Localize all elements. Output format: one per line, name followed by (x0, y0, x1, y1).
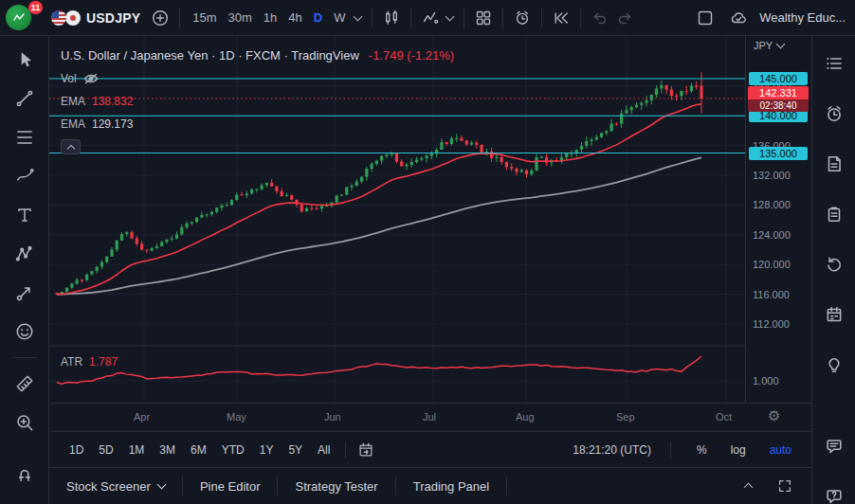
replay-button[interactable] (549, 6, 573, 30)
plus-circle-icon (151, 9, 170, 27)
timeframe-1h[interactable]: 1h (258, 7, 282, 28)
timeframe-4h[interactable]: 4h (282, 7, 307, 28)
date-range-group: 1D5D1M3M6MYTD1Y5YAll (63, 440, 337, 460)
indicators-dropdown-button[interactable] (443, 16, 457, 20)
calendar-icon (824, 304, 845, 325)
panel-collapse-button[interactable] (742, 478, 755, 494)
xabcd-pattern-icon (14, 243, 35, 264)
notification-badge[interactable]: 11 (28, 1, 43, 14)
price-axis[interactable]: JPY 144.000140.000136.000132.000128.0001… (745, 36, 811, 403)
top-toolbar: 11 USDJPY 15m30m1h4hDW (0, 0, 855, 36)
chevron-down-icon (446, 11, 455, 21)
forecast-tool-button[interactable] (11, 279, 38, 306)
cursor-tool-button[interactable] (11, 46, 38, 73)
account-logo[interactable]: 11 (6, 4, 44, 32)
range-5d[interactable]: 5D (92, 440, 119, 460)
time-axis[interactable]: ⚙ AprMayJunJulAugSepOct (49, 403, 811, 432)
panel-tab-pine-editor[interactable]: Pine Editor (183, 468, 278, 504)
go-to-date-button[interactable] (355, 439, 377, 461)
timeframe-15m[interactable]: 15m (187, 7, 222, 28)
alerts-button[interactable] (821, 100, 847, 127)
atr-legend-row[interactable]: ATR 1.787 (61, 355, 118, 369)
timeframe-30m[interactable]: 30m (223, 7, 258, 28)
emoji-tool-button[interactable] (11, 318, 38, 345)
ema-fast-legend-row[interactable]: EMA 138.832 (61, 95, 133, 108)
chart-type-button[interactable] (379, 6, 404, 30)
fullscreen-button[interactable] (693, 6, 718, 30)
us-flag-icon (51, 10, 66, 26)
add-symbol-button[interactable] (148, 6, 173, 30)
divider (410, 8, 411, 28)
pattern-tool-button[interactable] (11, 241, 38, 267)
range-6m[interactable]: 6M (184, 440, 213, 460)
trendline-tool-button[interactable] (11, 85, 38, 112)
zoom-tool-button[interactable] (11, 409, 38, 436)
range-all[interactable]: All (311, 440, 337, 460)
range-1d[interactable]: 1D (63, 440, 90, 460)
help-button[interactable] (821, 483, 847, 504)
data-window-button[interactable] (821, 201, 847, 227)
panel-controls (742, 475, 796, 497)
alert-button[interactable] (510, 6, 535, 30)
time-axis-label: Jun (324, 411, 341, 423)
account-menu[interactable]: Wealthy Educ... (759, 10, 846, 25)
chat-button[interactable] (821, 433, 847, 459)
panel-tab-stock-screener[interactable]: Stock Screener (49, 468, 182, 504)
ema-slow-legend-row[interactable]: EMA 129.173 (61, 117, 133, 131)
text-tool-button[interactable] (11, 202, 38, 228)
percent-scale-button[interactable]: % (690, 440, 714, 460)
timeframe-d[interactable]: D (308, 7, 328, 28)
right-sidebar (811, 36, 855, 504)
last-price-value: 142.331 (748, 86, 809, 99)
divider (345, 441, 346, 459)
undo-icon (591, 9, 609, 27)
brush-tool-button[interactable] (11, 163, 38, 189)
panel-tab-strategy-tester[interactable]: Strategy Tester (278, 468, 394, 504)
volume-legend-row[interactable]: Vol (61, 72, 99, 85)
timeframe-dropdown-button[interactable] (351, 16, 365, 20)
layout-grid-button[interactable] (471, 6, 496, 30)
legend-collapse-button[interactable] (61, 139, 81, 154)
divider (464, 8, 464, 28)
toolbar-right-group: Wealthy Educ... (693, 6, 846, 30)
ideas-button[interactable] (821, 351, 847, 378)
eye-hidden-icon[interactable] (83, 73, 99, 84)
news-icon (824, 153, 845, 174)
drawing-mode-button[interactable] (11, 499, 38, 504)
range-5y[interactable]: 5Y (282, 440, 309, 460)
timeframe-w[interactable]: W (328, 7, 351, 28)
news-button[interactable] (821, 151, 847, 177)
clock[interactable]: 18:21:20 (UTC) (573, 443, 651, 457)
fib-tool-button[interactable] (11, 124, 38, 151)
currency-label: JPY (754, 40, 773, 51)
undo-button[interactable] (588, 6, 612, 30)
watchlist-button[interactable] (821, 50, 847, 77)
time-axis-label: Aug (516, 411, 535, 423)
range-ytd[interactable]: YTD (215, 440, 251, 460)
chart-settings-icon[interactable]: ⚙ (768, 407, 780, 424)
indicators-button[interactable] (418, 6, 443, 30)
range-1m[interactable]: 1M (122, 440, 152, 460)
ema-slow-label: EMA (61, 117, 85, 131)
atr-tick: 1.000 (753, 374, 779, 387)
range-3m[interactable]: 3M (153, 440, 182, 460)
measure-tool-button[interactable] (11, 370, 38, 397)
symbol-button[interactable]: USDJPY (44, 7, 148, 29)
chart-area[interactable]: U.S. Dollar / Japanese Yen · 1D · FXCM ·… (49, 36, 811, 403)
panel-tab-trading-panel[interactable]: Trading Panel (396, 468, 506, 504)
time-axis-label: Oct (716, 411, 732, 423)
range-1y[interactable]: 1Y (253, 440, 281, 460)
redo-button[interactable] (612, 6, 637, 30)
log-scale-button[interactable]: log (724, 440, 753, 460)
auto-scale-button[interactable]: auto (763, 440, 798, 460)
time-axis-label: Sep (616, 411, 635, 423)
cursor-icon (14, 49, 35, 70)
price-axis-currency[interactable]: JPY (754, 40, 784, 51)
chart-legend[interactable]: U.S. Dollar / Japanese Yen · 1D · FXCM ·… (61, 48, 454, 63)
hotlists-button[interactable] (821, 251, 847, 278)
calendar-button[interactable] (821, 301, 847, 328)
candlestick-chart[interactable] (49, 36, 745, 403)
price-tick: 132.000 (753, 169, 791, 182)
magnet-tool-button[interactable] (11, 460, 38, 487)
panel-maximize-button[interactable] (773, 475, 796, 497)
